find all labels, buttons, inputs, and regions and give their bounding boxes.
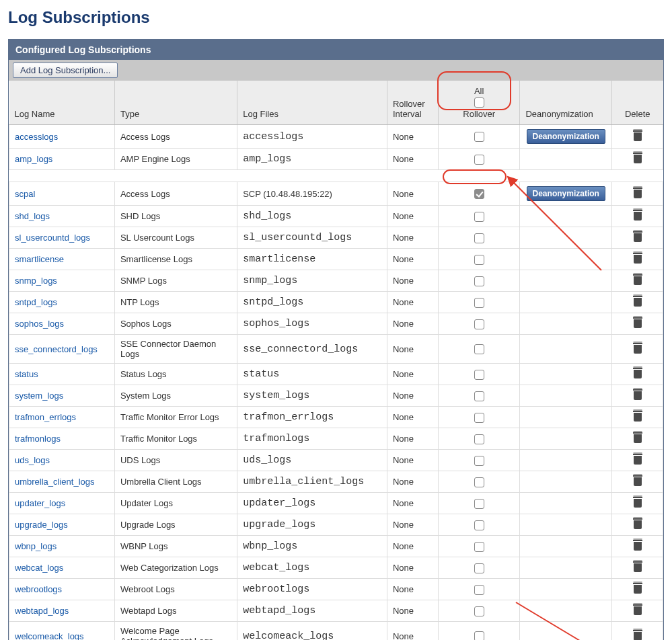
rollover-checkbox[interactable]: [474, 132, 484, 142]
log-name-link[interactable]: status: [9, 364, 115, 385]
trash-icon[interactable]: [633, 368, 642, 378]
log-name-link[interactable]: webrootlogs: [9, 579, 115, 600]
trash-icon[interactable]: [633, 153, 642, 163]
trash-icon[interactable]: [633, 497, 642, 508]
trash-icon[interactable]: [633, 389, 642, 400]
rollover-checkbox[interactable]: [474, 189, 484, 199]
trash-icon[interactable]: [633, 411, 642, 422]
delete-cell: [612, 514, 663, 536]
trash-icon[interactable]: [633, 454, 642, 465]
rollover-interval: None: [387, 622, 438, 641]
log-name-link[interactable]: upgrade_logs: [9, 514, 115, 536]
rollover-cell: [438, 471, 520, 493]
log-name-link[interactable]: uds_logs: [9, 450, 115, 471]
rollover-label: Rollover: [463, 109, 495, 119]
rollover-interval: None: [387, 450, 438, 471]
trash-icon[interactable]: [633, 540, 642, 551]
trash-icon[interactable]: [633, 432, 642, 443]
table-row: system_logsSystem Logssystem_logsNone: [9, 385, 663, 407]
log-name-link[interactable]: webtapd_logs: [9, 600, 115, 622]
trash-icon[interactable]: [633, 630, 642, 641]
log-name-link[interactable]: webcat_logs: [9, 557, 115, 579]
rollover-checkbox[interactable]: [474, 233, 484, 243]
rollover-checkbox[interactable]: [474, 585, 484, 595]
log-type: Welcome Page Acknowledgement Logs: [114, 622, 237, 641]
trash-icon[interactable]: [633, 296, 642, 307]
rollover-checkbox[interactable]: [474, 319, 484, 329]
rollover-cell: [438, 206, 520, 227]
rollover-checkbox[interactable]: [474, 563, 484, 573]
log-name-link[interactable]: amp_logs: [9, 149, 115, 170]
log-name-link[interactable]: smartlicense: [9, 249, 115, 270]
deanon-cell: [520, 471, 612, 493]
rollover-checkbox[interactable]: [474, 155, 484, 165]
rollover-cell: [438, 385, 520, 407]
rollover-checkbox[interactable]: [474, 298, 484, 308]
rollover-checkbox[interactable]: [474, 631, 484, 640]
deanonymization-button[interactable]: Deanonymization: [527, 129, 605, 144]
trash-icon[interactable]: [633, 274, 642, 285]
rollover-checkbox[interactable]: [474, 344, 484, 354]
log-name-link[interactable]: snmp_logs: [9, 270, 115, 292]
log-name-link[interactable]: accesslogs: [9, 125, 115, 149]
log-name-link[interactable]: sophos_logs: [9, 313, 115, 335]
rollover-checkbox[interactable]: [474, 212, 484, 222]
log-type: SHD Logs: [114, 206, 237, 227]
log-name-link[interactable]: trafmon_errlogs: [9, 407, 115, 428]
rollover-checkbox[interactable]: [474, 477, 484, 487]
rollover-checkbox[interactable]: [474, 370, 484, 380]
trash-icon[interactable]: [633, 130, 642, 141]
rollover-checkbox[interactable]: [474, 434, 484, 444]
trash-icon[interactable]: [633, 253, 642, 264]
log-name-link[interactable]: shd_logs: [9, 206, 115, 227]
rollover-checkbox[interactable]: [474, 255, 484, 265]
deanonymization-button[interactable]: Deanonymization: [527, 186, 605, 201]
log-name-link[interactable]: system_logs: [9, 385, 115, 407]
trash-icon[interactable]: [633, 317, 642, 328]
log-name-link[interactable]: updater_logs: [9, 493, 115, 514]
rollover-cell: [438, 514, 520, 536]
rollover-checkbox[interactable]: [474, 499, 484, 509]
table-row: sntpd_logsNTP Logssntpd_logsNone: [9, 292, 663, 313]
trash-icon[interactable]: [633, 518, 642, 529]
trash-icon[interactable]: [633, 188, 642, 198]
table-row: sophos_logsSophos Logssophos_logsNone: [9, 313, 663, 335]
delete-cell: [612, 622, 663, 641]
log-name-link[interactable]: umbrella_client_logs: [9, 471, 115, 493]
delete-cell: [612, 407, 663, 428]
log-type: Umbrella Client Logs: [114, 471, 237, 493]
trash-icon[interactable]: [633, 343, 642, 354]
log-name-link[interactable]: sse_connectord_logs: [9, 335, 115, 364]
rollover-checkbox[interactable]: [474, 413, 484, 423]
add-log-subscription-button[interactable]: Add Log Subscription...: [13, 63, 118, 78]
rollover-interval: None: [387, 557, 438, 579]
log-name-link[interactable]: scpal: [9, 182, 115, 206]
rollover-checkbox[interactable]: [474, 391, 484, 401]
log-name-link[interactable]: sl_usercountd_logs: [9, 227, 115, 249]
trash-icon[interactable]: [633, 561, 642, 572]
rollover-checkbox[interactable]: [474, 606, 484, 616]
rollover-checkbox[interactable]: [474, 520, 484, 530]
log-name-link[interactable]: welcomeack_logs: [9, 622, 115, 641]
log-name-link[interactable]: wbnp_logs: [9, 536, 115, 557]
log-type: Traffic Monitor Error Logs: [114, 407, 237, 428]
table-row: snmp_logsSNMP Logssnmp_logsNone: [9, 270, 663, 292]
deanon-cell: Deanonymization: [520, 182, 612, 206]
select-all-checkbox[interactable]: [474, 97, 484, 108]
rollover-cell: [438, 125, 520, 149]
trash-icon[interactable]: [633, 475, 642, 486]
rollover-checkbox[interactable]: [474, 456, 484, 466]
rollover-cell: [438, 557, 520, 579]
delete-cell: [612, 493, 663, 514]
deanon-cell: [520, 249, 612, 270]
log-name-link[interactable]: sntpd_logs: [9, 292, 115, 313]
rollover-interval: None: [387, 206, 438, 227]
rollover-checkbox[interactable]: [474, 276, 484, 286]
trash-icon[interactable]: [633, 583, 642, 594]
log-name-link[interactable]: trafmonlogs: [9, 428, 115, 450]
trash-icon[interactable]: [633, 231, 642, 242]
rollover-checkbox[interactable]: [474, 542, 484, 552]
trash-icon[interactable]: [633, 210, 642, 221]
table-row: uds_logsUDS Logsuds_logsNone: [9, 450, 663, 471]
trash-icon[interactable]: [633, 604, 642, 615]
